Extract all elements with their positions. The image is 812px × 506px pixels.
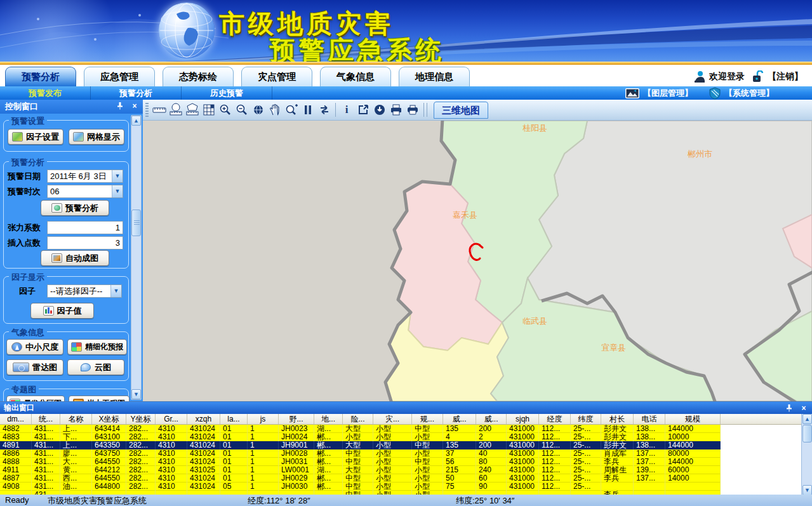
measure-polygon-icon[interactable] xyxy=(184,102,201,118)
table-row[interactable]: 4911431...黄...644212282...4310431025011L… xyxy=(0,466,721,474)
subnav-item-1[interactable]: 预警分析 xyxy=(91,86,182,100)
table-row[interactable]: 4888431...大...644550282...4310431024011J… xyxy=(0,458,721,466)
table-row[interactable]: 4882431...上...643414282...4310431024011J… xyxy=(0,425,721,433)
output-window-titlebar: 输出窗口 × xyxy=(0,402,812,414)
table-row[interactable]: 4887431...西...644550282...4310431024011J… xyxy=(0,474,721,483)
panel-scroll-thumb[interactable] xyxy=(131,210,141,236)
column-header-20[interactable]: 电话 xyxy=(634,414,665,425)
points-input[interactable] xyxy=(47,236,123,250)
table-cell: 144000 xyxy=(665,458,721,466)
measure-circle-icon[interactable] xyxy=(168,102,184,118)
cloud-image-button[interactable]: 云图 xyxy=(67,359,124,375)
logout-button[interactable]: 【注销】 xyxy=(751,70,803,83)
print-preview-icon[interactable] xyxy=(404,102,421,118)
layer-manager-button[interactable]: 【图层管理】 xyxy=(625,88,693,99)
swap-arrows-icon[interactable] xyxy=(316,102,333,118)
main-tab-0[interactable]: 预警分析 xyxy=(5,67,76,86)
scroll-up-arrow[interactable]: ▲ xyxy=(802,414,812,424)
table-row[interactable]: 4886431...廖...643750282...4310431024011J… xyxy=(0,449,721,458)
output-scroll-thumb[interactable] xyxy=(802,425,812,443)
main-tab-3[interactable]: 灾点管理 xyxy=(241,67,312,86)
column-header-0[interactable]: dm... xyxy=(0,414,32,425)
column-header-8[interactable]: js xyxy=(248,414,279,425)
panel-scrollbar[interactable]: ▲ ▼ xyxy=(131,115,142,400)
pause-icon[interactable] xyxy=(300,102,316,118)
scroll-down-arrow[interactable]: ▼ xyxy=(802,485,812,495)
warn-time-dropdown[interactable]: 06 ▼ xyxy=(47,185,123,198)
warn-analyze-button[interactable]: 预警分析 xyxy=(41,200,109,216)
colorful-forecast-icon xyxy=(71,342,82,352)
zoom-out-icon[interactable] xyxy=(234,102,250,118)
table-cell: 李兵 xyxy=(601,458,634,466)
column-header-16[interactable]: sjqh xyxy=(507,414,539,425)
measure-distance-icon[interactable] xyxy=(151,102,168,118)
full-extent-globe-icon[interactable] xyxy=(250,102,267,118)
column-header-11[interactable]: 险... xyxy=(343,414,373,425)
map-canvas[interactable]: 桂阳县 郴州市 嘉禾县 临武县 宜章县 xyxy=(143,121,812,401)
chevron-down-icon[interactable]: ▼ xyxy=(112,170,123,182)
scroll-down-arrow[interactable]: ▼ xyxy=(131,389,141,399)
column-header-5[interactable]: Gr... xyxy=(156,414,187,425)
table-row[interactable]: 4883431...下...643100282...4310431024011J… xyxy=(0,433,721,441)
column-header-6[interactable]: xzqh xyxy=(187,414,220,425)
warn-date-dropdown[interactable]: 2011年 6月 3日 ▼ xyxy=(47,170,123,183)
grid-display-button[interactable]: 网格显示 xyxy=(69,129,124,145)
column-header-15[interactable]: 威... xyxy=(476,414,507,425)
main-tab-2[interactable]: 态势标绘 xyxy=(163,67,234,86)
table-cell: 小型 xyxy=(373,458,412,466)
chevron-down-icon[interactable]: ▼ xyxy=(112,185,123,197)
mid-small-scale-button[interactable]: 中小尺度 xyxy=(6,339,63,355)
column-header-14[interactable]: 威... xyxy=(443,414,476,425)
column-header-18[interactable]: 纬度 xyxy=(571,414,601,425)
column-header-19[interactable]: 村长 xyxy=(601,414,634,425)
factor-settings-button[interactable]: 因子设置 xyxy=(8,129,63,145)
export-icon[interactable] xyxy=(355,102,371,118)
table-row[interactable]: 4908431...油...644800282...4310431024051J… xyxy=(0,483,721,491)
map-3d-button[interactable]: 三维地图 xyxy=(434,102,488,119)
column-header-2[interactable]: 名称 xyxy=(60,414,92,425)
control-window-titlebar: 控制窗口 × xyxy=(0,100,143,114)
table-cell: 郴... xyxy=(314,433,343,441)
table-cell: 中型 xyxy=(343,458,373,466)
grid-icon[interactable] xyxy=(201,102,217,118)
pin-icon[interactable] xyxy=(785,404,794,413)
subnav-item-0[interactable]: 预警发布 xyxy=(0,86,91,100)
factor-value-button[interactable]: 因子值 xyxy=(30,303,94,319)
column-header-1[interactable]: 统... xyxy=(32,414,60,425)
close-icon[interactable]: × xyxy=(799,404,808,413)
radar-chart-button[interactable]: 雷达图 xyxy=(6,359,63,375)
column-header-10[interactable]: 地... xyxy=(314,414,343,425)
tension-input[interactable] xyxy=(47,221,123,234)
column-header-7[interactable]: la... xyxy=(220,414,248,425)
scroll-up-arrow[interactable]: ▲ xyxy=(131,116,141,126)
column-header-13[interactable]: 规... xyxy=(412,414,443,425)
output-scrollbar[interactable]: ▲ ▼ xyxy=(801,414,812,495)
chevron-down-icon[interactable]: ▼ xyxy=(110,285,121,297)
toolbar-grip[interactable] xyxy=(145,103,149,117)
info-icon[interactable]: i xyxy=(338,102,355,118)
column-header-3[interactable]: X坐标 xyxy=(92,414,126,425)
welcome-login[interactable]: 欢迎登录 xyxy=(693,70,745,83)
table-row[interactable]: 4891431...上...643350282...4310431024011J… xyxy=(0,441,721,449)
column-header-4[interactable]: Y坐标 xyxy=(126,414,156,425)
autoplot-button[interactable]: 自动成图 xyxy=(41,250,109,266)
main-tab-5[interactable]: 地理信息 xyxy=(399,67,470,86)
subnav-item-2[interactable]: 历史预警 xyxy=(182,86,272,100)
table-cell: 4 xyxy=(443,433,476,441)
print-icon[interactable] xyxy=(388,102,404,118)
pin-icon[interactable] xyxy=(116,102,125,110)
close-icon[interactable]: × xyxy=(130,102,139,110)
download-icon[interactable] xyxy=(371,102,388,118)
system-manager-button[interactable]: 【系统管理】 xyxy=(709,87,774,100)
fine-forecast-button[interactable]: 精细化预报 xyxy=(67,339,127,355)
main-tab-1[interactable]: 应急管理 xyxy=(84,67,155,86)
column-header-12[interactable]: 灾... xyxy=(373,414,412,425)
zoom-in-icon[interactable] xyxy=(217,102,234,118)
main-tab-4[interactable]: 气象信息 xyxy=(320,67,391,86)
column-header-21[interactable]: 规模 xyxy=(665,414,721,425)
column-header-17[interactable]: 经度 xyxy=(539,414,571,425)
zoom-window-icon[interactable] xyxy=(283,102,300,118)
pan-hand-icon[interactable] xyxy=(267,102,283,118)
column-header-9[interactable]: 野... xyxy=(279,414,314,425)
factor-dropdown[interactable]: --请选择因子-- ▼ xyxy=(47,284,122,298)
